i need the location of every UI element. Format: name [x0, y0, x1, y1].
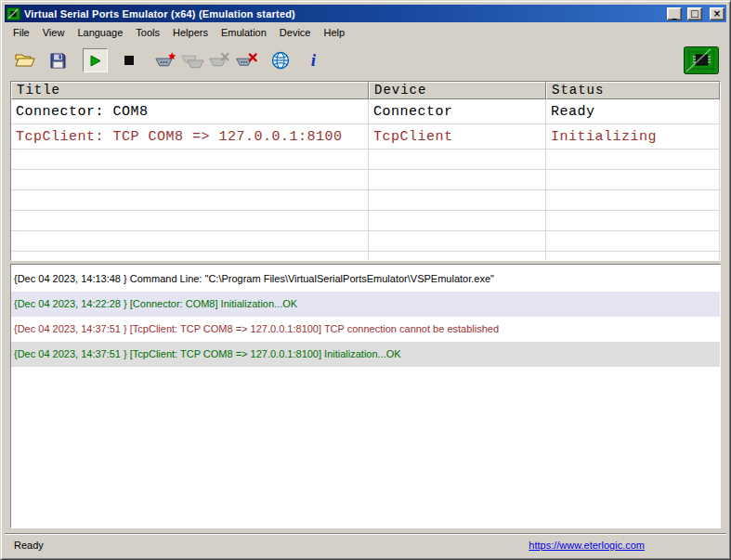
website-button[interactable] — [268, 48, 293, 72]
table-row-empty — [11, 211, 720, 231]
table-row-empty — [11, 190, 720, 211]
cell-device: TcpClient — [369, 124, 546, 149]
log-entry: {Dec 04 2023, 14:13:48 } Command Line: "… — [11, 267, 720, 292]
menu-item-emulation[interactable]: Emulation — [215, 25, 273, 40]
delete-device-icon — [208, 51, 231, 70]
cell-device: Connector — [369, 99, 546, 124]
app-icon — [7, 7, 20, 20]
open-folder-icon — [15, 53, 35, 68]
menu-item-helpers[interactable]: Helpers — [166, 25, 215, 40]
table-row-empty — [11, 170, 720, 190]
device-row-connector[interactable]: Connector: COM8 Connector Ready — [11, 99, 720, 124]
log-entry: {Dec 04 2023, 14:22:28 } [Connector: COM… — [11, 292, 720, 317]
play-icon — [89, 55, 101, 67]
delete-all-devices-icon — [235, 51, 258, 70]
menu-item-tools[interactable]: Tools — [129, 25, 166, 40]
log-entry: {Dec 04 2023, 14:37:51 } [TcpClient: TCP… — [11, 342, 720, 367]
stop-emulation-button[interactable] — [116, 48, 141, 72]
menu-item-language[interactable]: Language — [71, 25, 129, 40]
cell-status: Initializing — [546, 124, 720, 149]
save-button[interactable] — [46, 48, 71, 72]
eterlogic-logo — [684, 46, 719, 74]
log-entry: {Dec 04 2023, 14:37:51 } [TcpClient: TCP… — [11, 317, 720, 342]
status-bar: Ready https://www.eterlogic.com — [5, 533, 726, 555]
menu-item-view[interactable]: View — [36, 25, 72, 40]
device-table: Title Device Status Connector: COM8 Conn… — [10, 81, 721, 261]
minimize-button[interactable]: _ — [667, 7, 682, 20]
new-device-button[interactable] — [153, 48, 178, 72]
column-header-title[interactable]: Title — [11, 82, 369, 99]
cell-status: Ready — [546, 99, 720, 124]
column-header-status[interactable]: Status — [546, 82, 720, 99]
cell-title: TcpClient: TCP COM8 => 127.0.0.1:8100 — [11, 124, 369, 149]
cell-title: Connector: COM8 — [11, 99, 369, 124]
status-text: Ready — [14, 540, 44, 551]
toolbar: i — [5, 42, 726, 79]
device-row-tcpclient[interactable]: TcpClient: TCP COM8 => 127.0.0.1:8100 Tc… — [11, 124, 720, 150]
menu-item-file[interactable]: File — [7, 25, 36, 40]
clone-device-icon — [181, 51, 204, 70]
table-row-empty — [11, 231, 720, 252]
maximize-button[interactable]: □ — [687, 7, 702, 20]
stop-icon — [124, 56, 134, 65]
clone-device-button[interactable] — [180, 48, 205, 72]
delete-all-devices-button[interactable] — [234, 48, 259, 72]
website-link[interactable]: https://www.eterlogic.com — [529, 540, 645, 551]
globe-icon — [271, 51, 290, 70]
close-button[interactable]: × — [710, 7, 724, 20]
new-device-icon — [154, 51, 177, 70]
table-row-empty — [11, 252, 720, 261]
titlebar[interactable]: Virtual Serial Ports Emulator (x64) (Emu… — [5, 5, 726, 22]
menubar: File View Language Tools Helpers Emulati… — [5, 22, 726, 42]
save-icon — [50, 53, 66, 69]
log-panel[interactable]: {Dec 04 2023, 14:13:48 } Command Line: "… — [10, 264, 721, 528]
table-header: Title Device Status — [11, 82, 720, 99]
start-emulation-button[interactable] — [83, 48, 108, 72]
menu-item-help[interactable]: Help — [317, 25, 351, 40]
table-row-empty — [11, 150, 720, 170]
info-icon: i — [311, 51, 316, 70]
menu-item-device[interactable]: Device — [273, 25, 318, 40]
window-title: Virtual Serial Ports Emulator (x64) (Emu… — [24, 8, 661, 20]
about-button[interactable]: i — [301, 48, 326, 72]
open-button[interactable] — [12, 48, 37, 72]
column-header-device[interactable]: Device — [369, 82, 546, 99]
delete-device-button[interactable] — [207, 48, 232, 72]
app-window: Virtual Serial Ports Emulator (x64) (Emu… — [0, 0, 731, 560]
